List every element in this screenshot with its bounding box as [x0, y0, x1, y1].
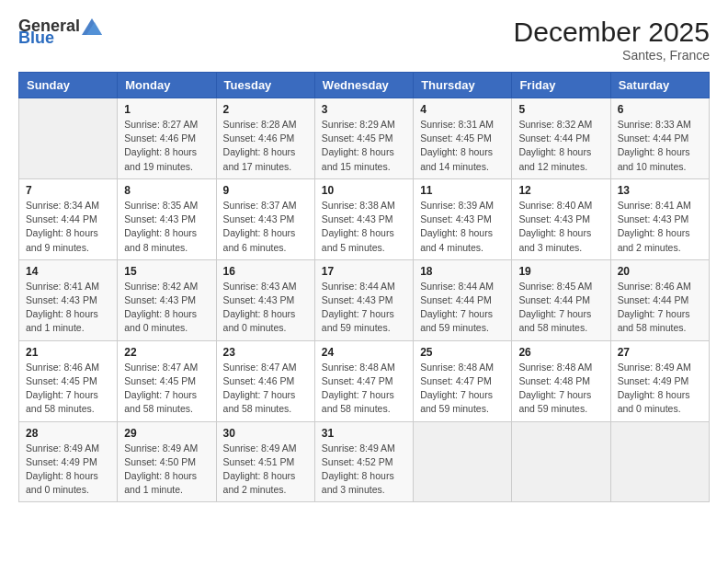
- col-header-friday: Friday: [512, 73, 610, 98]
- day-cell: 5Sunrise: 8:32 AMSunset: 4:44 PMDaylight…: [512, 98, 610, 179]
- day-number: 12: [518, 184, 603, 197]
- day-number: 30: [223, 427, 308, 440]
- col-header-monday: Monday: [118, 73, 216, 98]
- day-info: Sunrise: 8:49 AMSunset: 4:49 PMDaylight:…: [26, 442, 110, 498]
- day-number: 5: [518, 103, 603, 116]
- day-info: Sunrise: 8:29 AMSunset: 4:45 PMDaylight:…: [322, 118, 406, 174]
- day-number: 7: [26, 184, 110, 197]
- day-number: 26: [518, 346, 603, 359]
- day-number: 6: [618, 103, 702, 116]
- day-cell: 21Sunrise: 8:46 AMSunset: 4:45 PMDayligh…: [19, 340, 118, 421]
- header: General Blue December 2025 Santes, Franc…: [18, 17, 710, 63]
- week-row-4: 28Sunrise: 8:49 AMSunset: 4:49 PMDayligh…: [19, 421, 710, 502]
- day-cell: 2Sunrise: 8:28 AMSunset: 4:46 PMDaylight…: [216, 98, 314, 179]
- day-cell: 30Sunrise: 8:49 AMSunset: 4:51 PMDayligh…: [216, 421, 314, 502]
- day-number: 25: [420, 346, 505, 359]
- col-header-thursday: Thursday: [414, 73, 512, 98]
- day-number: 20: [618, 265, 702, 278]
- day-number: 11: [420, 184, 505, 197]
- day-info: Sunrise: 8:35 AMSunset: 4:43 PMDaylight:…: [124, 199, 209, 255]
- day-info: Sunrise: 8:49 AMSunset: 4:51 PMDaylight:…: [223, 442, 308, 498]
- day-cell: 19Sunrise: 8:45 AMSunset: 4:44 PMDayligh…: [512, 259, 610, 340]
- day-cell: [19, 98, 118, 179]
- header-row: SundayMondayTuesdayWednesdayThursdayFrid…: [19, 73, 710, 98]
- day-number: 24: [322, 346, 406, 359]
- day-number: 9: [223, 184, 308, 197]
- col-header-wednesday: Wednesday: [314, 73, 413, 98]
- day-number: 10: [322, 184, 406, 197]
- day-info: Sunrise: 8:28 AMSunset: 4:46 PMDaylight:…: [223, 118, 308, 174]
- day-number: 23: [223, 346, 308, 359]
- day-info: Sunrise: 8:44 AMSunset: 4:43 PMDaylight:…: [322, 280, 406, 336]
- day-info: Sunrise: 8:47 AMSunset: 4:45 PMDaylight:…: [124, 361, 209, 417]
- day-info: Sunrise: 8:48 AMSunset: 4:47 PMDaylight:…: [420, 361, 505, 417]
- logo-area: General Blue: [18, 17, 104, 48]
- col-header-sunday: Sunday: [19, 73, 118, 98]
- day-info: Sunrise: 8:34 AMSunset: 4:44 PMDaylight:…: [26, 199, 110, 255]
- day-cell: 23Sunrise: 8:47 AMSunset: 4:46 PMDayligh…: [216, 340, 314, 421]
- day-info: Sunrise: 8:46 AMSunset: 4:45 PMDaylight:…: [26, 361, 110, 417]
- day-cell: 31Sunrise: 8:49 AMSunset: 4:52 PMDayligh…: [314, 421, 413, 502]
- day-info: Sunrise: 8:48 AMSunset: 4:47 PMDaylight:…: [322, 361, 406, 417]
- day-info: Sunrise: 8:47 AMSunset: 4:46 PMDaylight:…: [223, 361, 308, 417]
- day-cell: 14Sunrise: 8:41 AMSunset: 4:43 PMDayligh…: [19, 259, 118, 340]
- day-info: Sunrise: 8:31 AMSunset: 4:45 PMDaylight:…: [420, 118, 505, 174]
- day-number: 17: [322, 265, 406, 278]
- day-cell: 29Sunrise: 8:49 AMSunset: 4:50 PMDayligh…: [118, 421, 216, 502]
- day-number: 8: [124, 184, 209, 197]
- day-info: Sunrise: 8:37 AMSunset: 4:43 PMDaylight:…: [223, 199, 308, 255]
- day-number: 4: [420, 103, 505, 116]
- calendar-table: SundayMondayTuesdayWednesdayThursdayFrid…: [18, 72, 710, 502]
- week-row-1: 7Sunrise: 8:34 AMSunset: 4:44 PMDaylight…: [19, 178, 710, 259]
- day-cell: 8Sunrise: 8:35 AMSunset: 4:43 PMDaylight…: [118, 178, 216, 259]
- day-number: 14: [26, 265, 110, 278]
- logo-blue: Blue: [18, 29, 54, 47]
- day-cell: 27Sunrise: 8:49 AMSunset: 4:49 PMDayligh…: [610, 340, 709, 421]
- day-cell: 20Sunrise: 8:46 AMSunset: 4:44 PMDayligh…: [610, 259, 709, 340]
- day-cell: 9Sunrise: 8:37 AMSunset: 4:43 PMDaylight…: [216, 178, 314, 259]
- day-info: Sunrise: 8:42 AMSunset: 4:43 PMDaylight:…: [124, 280, 209, 336]
- day-info: Sunrise: 8:49 AMSunset: 4:50 PMDaylight:…: [124, 442, 209, 498]
- day-cell: 25Sunrise: 8:48 AMSunset: 4:47 PMDayligh…: [414, 340, 512, 421]
- day-info: Sunrise: 8:49 AMSunset: 4:49 PMDaylight:…: [618, 361, 702, 417]
- week-row-3: 21Sunrise: 8:46 AMSunset: 4:45 PMDayligh…: [19, 340, 710, 421]
- day-cell: 12Sunrise: 8:40 AMSunset: 4:43 PMDayligh…: [512, 178, 610, 259]
- day-info: Sunrise: 8:49 AMSunset: 4:52 PMDaylight:…: [322, 442, 406, 498]
- location: Santes, France: [514, 48, 710, 63]
- day-cell: 10Sunrise: 8:38 AMSunset: 4:43 PMDayligh…: [314, 178, 413, 259]
- day-number: 22: [124, 346, 209, 359]
- day-info: Sunrise: 8:46 AMSunset: 4:44 PMDaylight:…: [618, 280, 702, 336]
- day-number: 18: [420, 265, 505, 278]
- day-cell: 28Sunrise: 8:49 AMSunset: 4:49 PMDayligh…: [19, 421, 118, 502]
- day-number: 27: [618, 346, 702, 359]
- day-cell: 1Sunrise: 8:27 AMSunset: 4:46 PMDaylight…: [118, 98, 216, 179]
- day-info: Sunrise: 8:40 AMSunset: 4:43 PMDaylight:…: [518, 199, 603, 255]
- day-info: Sunrise: 8:38 AMSunset: 4:43 PMDaylight:…: [322, 199, 406, 255]
- day-info: Sunrise: 8:44 AMSunset: 4:44 PMDaylight:…: [420, 280, 505, 336]
- day-number: 19: [518, 265, 603, 278]
- day-info: Sunrise: 8:45 AMSunset: 4:44 PMDaylight:…: [518, 280, 603, 336]
- day-number: 16: [223, 265, 308, 278]
- week-row-2: 14Sunrise: 8:41 AMSunset: 4:43 PMDayligh…: [19, 259, 710, 340]
- day-cell: 17Sunrise: 8:44 AMSunset: 4:43 PMDayligh…: [314, 259, 413, 340]
- month-title: December 2025: [514, 17, 710, 48]
- day-info: Sunrise: 8:41 AMSunset: 4:43 PMDaylight:…: [618, 199, 702, 255]
- day-number: 28: [26, 427, 110, 440]
- day-number: 2: [223, 103, 308, 116]
- col-header-tuesday: Tuesday: [216, 73, 314, 98]
- day-cell: 15Sunrise: 8:42 AMSunset: 4:43 PMDayligh…: [118, 259, 216, 340]
- day-cell: 22Sunrise: 8:47 AMSunset: 4:45 PMDayligh…: [118, 340, 216, 421]
- day-info: Sunrise: 8:41 AMSunset: 4:43 PMDaylight:…: [26, 280, 110, 336]
- day-info: Sunrise: 8:39 AMSunset: 4:43 PMDaylight:…: [420, 199, 505, 255]
- day-cell: 16Sunrise: 8:43 AMSunset: 4:43 PMDayligh…: [216, 259, 314, 340]
- day-info: Sunrise: 8:48 AMSunset: 4:48 PMDaylight:…: [518, 361, 603, 417]
- day-cell: 7Sunrise: 8:34 AMSunset: 4:44 PMDaylight…: [19, 178, 118, 259]
- day-number: 13: [618, 184, 702, 197]
- day-info: Sunrise: 8:27 AMSunset: 4:46 PMDaylight:…: [124, 118, 209, 174]
- day-number: 15: [124, 265, 209, 278]
- day-number: 21: [26, 346, 110, 359]
- day-cell: [610, 421, 709, 502]
- day-cell: 13Sunrise: 8:41 AMSunset: 4:43 PMDayligh…: [610, 178, 709, 259]
- day-cell: [414, 421, 512, 502]
- day-number: 3: [322, 103, 406, 116]
